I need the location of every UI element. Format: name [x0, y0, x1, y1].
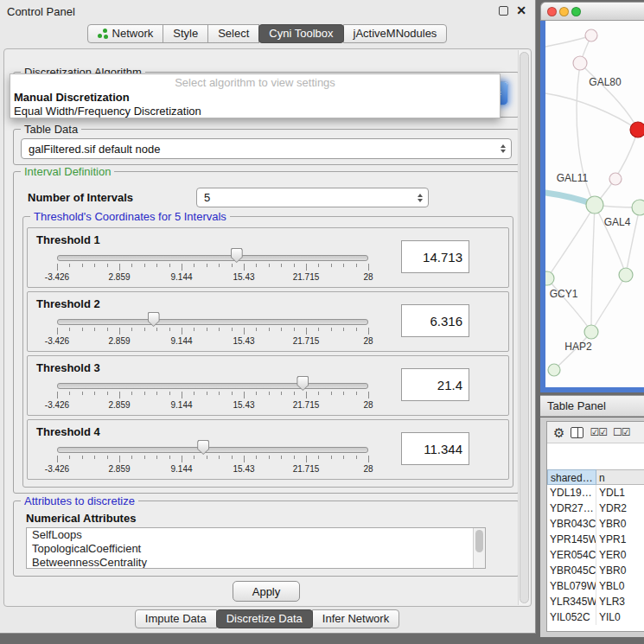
slider-thumb[interactable] — [296, 376, 309, 391]
network-canvas[interactable]: GAL80GAL11GAL4GCY1HAP2 — [545, 21, 644, 387]
tick-label: 21.715 — [293, 272, 320, 282]
dropdown-option-manual-discretization[interactable]: Manual Discretization — [10, 90, 500, 104]
threshold-2-value-field[interactable]: 6.316 — [401, 304, 469, 337]
threshold-1-slider[interactable]: -3.4262.8599.14415.4321.71528 — [40, 247, 386, 285]
apply-button[interactable]: Apply — [233, 581, 300, 602]
zoom-traffic-light[interactable] — [571, 7, 581, 16]
table-row[interactable]: YBR043CYBR0 — [547, 516, 644, 532]
tab-cyni-toolbox[interactable]: Cyni Toolbox — [258, 24, 343, 43]
table-row[interactable]: YBL079WYBL0 — [547, 578, 644, 594]
slider-tick-labels: -3.4262.8599.14415.4321.71528 — [57, 464, 368, 475]
threshold-3-value-field[interactable]: 21.4 — [401, 368, 469, 401]
table-cell[interactable]: YDR2 — [596, 501, 644, 516]
node-gal80[interactable] — [573, 56, 587, 70]
table-cell[interactable]: YDL19… — [547, 485, 596, 501]
slider-thumb[interactable] — [148, 312, 160, 327]
number-of-intervals-select[interactable]: 5 — [196, 188, 429, 207]
table-cell[interactable]: YER054C — [547, 547, 596, 563]
table-cell[interactable]: YBR0 — [596, 516, 644, 532]
table-panel-title: Table Panel — [547, 396, 606, 416]
threshold-3-label: Threshold 3 — [36, 361, 100, 374]
table-panel-titlebar[interactable]: Table Panel — [540, 395, 644, 417]
tab-select[interactable]: Select — [207, 24, 259, 43]
column-header-shared-name[interactable]: shared… — [547, 469, 596, 485]
dropdown-option-equal-width-frequency[interactable]: Equal Width/Frequency Discretization — [10, 104, 500, 118]
tick-label: 15.43 — [233, 272, 254, 282]
panel-scrollbar[interactable] — [518, 50, 530, 605]
table-row[interactable]: YDR27…YDR2 — [547, 501, 644, 516]
slider-tick-labels: -3.4262.8599.14415.4321.71528 — [57, 400, 368, 411]
attributes-group: Attributes to discretize Numerical Attri… — [13, 501, 520, 577]
tick-label: 2.859 — [108, 336, 130, 346]
tab-jactivemnodules[interactable]: jActiveMNodules — [343, 24, 448, 43]
node-gal4[interactable] — [586, 196, 603, 214]
threshold-2-slider[interactable]: -3.4262.8599.14415.4321.71528 — [40, 311, 386, 349]
table-cell[interactable]: YLR3 — [596, 594, 644, 609]
table-cell[interactable]: YDL1 — [596, 485, 644, 501]
threshold-4-value-field[interactable]: 11.344 — [401, 432, 469, 465]
slider-thumb[interactable] — [197, 440, 209, 455]
table-cell[interactable]: YIL052C — [547, 609, 596, 625]
updown-arrows-icon — [418, 194, 423, 202]
table-row[interactable]: YLR345WYLR3 — [547, 594, 644, 609]
tab-impute-data[interactable]: Impute Data — [135, 609, 217, 628]
slider-ticks — [57, 328, 368, 335]
slider-ticks — [57, 392, 368, 399]
close-icon[interactable]: ✕ — [516, 5, 526, 16]
list-scrollbar[interactable] — [473, 528, 485, 568]
tab-network[interactable]: Network — [87, 24, 164, 43]
gear-icon[interactable]: ⚙ — [553, 426, 564, 439]
dropdown-placeholder: Select algorithm to view settings — [10, 74, 500, 90]
network-node[interactable] — [619, 268, 633, 282]
node-hap2[interactable] — [584, 325, 598, 339]
table-row[interactable]: YIL052CYIL0 — [547, 609, 644, 625]
list-item[interactable]: SelfLoops — [27, 528, 485, 542]
table-cell[interactable]: YDR27… — [547, 501, 596, 516]
network-node[interactable] — [630, 122, 644, 137]
node-gal11[interactable] — [609, 173, 622, 185]
tab-style[interactable]: Style — [163, 24, 208, 43]
minimize-traffic-light[interactable] — [559, 7, 569, 16]
threshold-3-slider[interactable]: -3.4262.8599.14415.4321.71528 — [40, 375, 386, 413]
numerical-attributes-list[interactable]: SelfLoopsTopologicalCoefficientBetweenne… — [26, 527, 486, 569]
column-header-name[interactable]: n — [596, 469, 644, 485]
select-columns-icon[interactable]: ☑☑ — [590, 427, 607, 437]
list-item[interactable]: TopologicalCoefficient — [27, 542, 485, 556]
network-window-titlebar[interactable] — [540, 2, 644, 21]
table-data-label: Table Data — [21, 123, 81, 136]
select-rows-icon[interactable]: ☐☑ — [613, 427, 630, 437]
network-node[interactable] — [585, 29, 597, 41]
table-cell[interactable]: YLR345W — [547, 594, 596, 609]
tick-label: 9.144 — [170, 464, 192, 474]
network-node[interactable] — [548, 364, 560, 376]
table-cell[interactable]: YPR145W — [547, 532, 596, 547]
tab-infer-network[interactable]: Infer Network — [312, 609, 399, 628]
table-cell[interactable]: YBL079W — [547, 578, 596, 594]
threshold-2-label: Threshold 2 — [36, 297, 100, 310]
list-item[interactable]: BetweennessCentrality — [27, 556, 485, 569]
columns-icon[interactable] — [571, 427, 583, 438]
slider-thumb[interactable] — [231, 248, 243, 263]
table-row[interactable]: YBR045CYBR0 — [547, 563, 644, 578]
close-traffic-light[interactable] — [547, 7, 557, 16]
table-cell[interactable]: YER0 — [596, 547, 644, 563]
table-cell[interactable]: YBR0 — [596, 563, 644, 578]
table-cell[interactable]: YPR1 — [596, 532, 644, 547]
thresholds-group-label: Threshold's Coordinates for 5 Intervals — [30, 210, 230, 223]
node-gcy1[interactable] — [545, 271, 554, 285]
table-data-group: Table Data galFiltered.sif default node — [13, 129, 520, 165]
table-cell[interactable]: YBL0 — [596, 578, 644, 594]
table-data-select[interactable]: galFiltered.sif default node — [21, 138, 512, 159]
tab-discretize-data[interactable]: Discretize Data — [216, 609, 313, 628]
table-cell[interactable]: YBR043C — [547, 516, 596, 532]
table-cell[interactable]: YIL0 — [596, 609, 644, 625]
table-cell[interactable]: YBR045C — [547, 563, 596, 578]
float-window-icon[interactable] — [499, 6, 508, 16]
table-row[interactable]: YPR145WYPR1 — [547, 532, 644, 547]
threshold-4-slider[interactable]: -3.4262.8599.14415.4321.71528 — [40, 439, 386, 477]
table-row[interactable]: YER054CYER0 — [547, 547, 644, 563]
threshold-1-value-field[interactable]: 14.713 — [401, 240, 469, 273]
table-row[interactable]: YDL19…YDL1 — [547, 485, 644, 501]
table-toolbar: ⚙ ☑☑ ☐☑ — [547, 422, 644, 443]
network-node[interactable] — [632, 200, 644, 215]
